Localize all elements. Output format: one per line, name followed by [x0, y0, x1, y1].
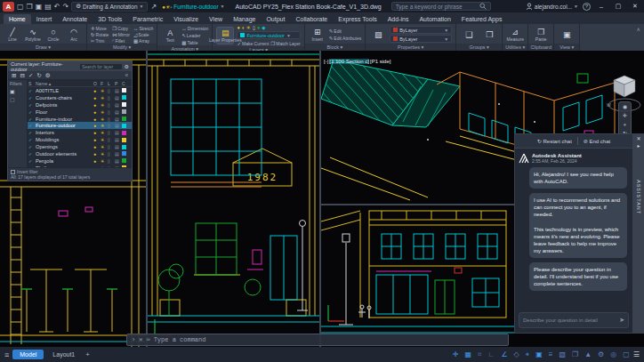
layer-color-swatch[interactable] — [122, 102, 126, 107]
qat-layer-dropdown[interactable]: ●☀▪ Furniture-outdoor ▼ — [159, 2, 227, 12]
end-chat-button[interactable]: ⊘ End chat — [584, 138, 610, 144]
minimize-button[interactable]: – — [595, 1, 608, 12]
open-file-icon[interactable]: ❒ — [27, 2, 33, 12]
draw-tool-button[interactable]: ○Circle — [44, 28, 62, 42]
viewport-view-label[interactable]: [1:100 Section c] — [329, 59, 369, 64]
modify-tool-button[interactable]: ↻Rotate — [91, 31, 109, 37]
collapse-panel-icon[interactable]: « — [125, 72, 128, 78]
layer-freeze-icon[interactable]: ☀ — [101, 144, 108, 149]
ribbon-tab[interactable]: View — [204, 14, 228, 24]
layer-color-swatch[interactable] — [122, 145, 126, 149]
layer-color-swatch[interactable] — [122, 151, 126, 156]
bylayer-dropdown[interactable]: ByLayer▼ — [390, 35, 452, 43]
send-icon[interactable]: ➤ — [619, 317, 624, 324]
layer-lock-icon[interactable]: ▯ — [108, 88, 115, 93]
viewport-divider-vertical-1[interactable] — [146, 51, 148, 347]
polar-tracking-icon[interactable]: ∠ — [501, 350, 507, 358]
viewcube-west-label[interactable]: W — [607, 102, 611, 108]
match-properties-button[interactable]: ▨ — [369, 30, 387, 39]
layer-lock-icon[interactable]: ▯ — [253, 25, 255, 30]
group-label-properties[interactable]: Properties ▾ — [366, 44, 455, 51]
group-label-clipboard[interactable]: Clipboard — [528, 44, 553, 51]
layer-color-swatch[interactable] — [122, 95, 126, 100]
layer-on-icon[interactable]: ● — [257, 25, 260, 30]
layer-row[interactable]: ✓ Interiors ● ☀ ▯ ▤ — [28, 129, 132, 136]
isometric-drafting-icon[interactable]: ◇ — [514, 350, 519, 358]
layer-freeze-icon[interactable]: ☀ — [246, 25, 251, 30]
layer-lock-icon[interactable]: ▯ — [108, 137, 115, 142]
selection-cycling-icon[interactable]: ❐ — [572, 350, 578, 358]
layer-off-icon[interactable]: ● — [237, 25, 239, 30]
ribbon-tab[interactable]: Automation — [414, 14, 455, 24]
command-line[interactable]: › ✕ ⌨ Type a command — [126, 334, 509, 346]
layer-on-icon[interactable]: ● — [93, 95, 101, 101]
draw-tool-button[interactable]: ◠Arc — [65, 28, 83, 42]
layer-plot-icon[interactable]: ▤ — [115, 109, 122, 115]
new-file-icon[interactable]: ▢ — [17, 2, 24, 12]
group-label-block[interactable]: Block ▾ — [305, 44, 365, 51]
zoom-extents-icon[interactable]: ⌖ — [624, 122, 626, 128]
search-input[interactable]: Type a keyword or phrase — [391, 2, 491, 11]
layer-dropdown[interactable]: Furniture-outdoor ▼ — [237, 31, 300, 39]
modify-tool-button[interactable]: ⋈Mirror — [112, 31, 130, 37]
layer-plot-icon[interactable]: ▤ — [115, 130, 122, 135]
layer-freeze-icon[interactable]: ☀ — [101, 123, 108, 128]
layer-plot-icon[interactable]: ▤ — [115, 95, 122, 101]
ribbon-tab[interactable]: 3D Tools — [93, 14, 127, 24]
layer-properties-button[interactable]: ▤ Layer Properties — [216, 27, 234, 44]
refresh-icon[interactable]: ↻ — [36, 72, 41, 79]
draw-tool-button[interactable]: ∿Polyline — [24, 28, 42, 42]
command-clear-icon[interactable]: ✕ — [139, 336, 142, 343]
annotation-tool-button[interactable]: ↖Leader — [181, 32, 208, 38]
plot-icon[interactable]: ▤ — [44, 2, 52, 12]
snap-mode-icon[interactable]: ⌗ — [478, 350, 482, 359]
layer-row[interactable]: ✓ Defpoints ● ☀ ▯ ▤ — [28, 101, 132, 109]
ribbon-tab[interactable]: Output — [261, 14, 290, 24]
layer-lock-icon[interactable]: ▯ — [108, 109, 115, 115]
layer-plot-icon[interactable]: ▤ — [115, 151, 122, 157]
layout-tab[interactable]: Model — [12, 350, 44, 359]
group-label-view[interactable]: View ▾ — [554, 44, 579, 51]
layer-color-swatch[interactable] — [122, 138, 126, 142]
layer-plot-icon[interactable]: ▤ — [115, 158, 122, 164]
filter-tree-all-icon[interactable]: ▣ — [10, 88, 25, 94]
dynamic-input-icon[interactable]: ✛ — [453, 350, 459, 358]
viewport-controls-label[interactable]: [-] — [324, 59, 328, 64]
modify-tool-button[interactable]: ▦Array — [133, 37, 153, 44]
layer-lock-icon[interactable]: ▯ — [108, 130, 115, 135]
layer-freeze-icon[interactable]: ☀ — [101, 130, 108, 135]
grid-display-icon[interactable]: ▦ — [464, 350, 471, 358]
layer-plot-icon[interactable]: ▤ — [115, 88, 122, 93]
pan-icon[interactable]: ✛ — [623, 113, 627, 119]
draw-tool-button[interactable]: ╱Line — [4, 28, 21, 42]
auto-hide-pin-icon[interactable]: ▸ — [637, 142, 640, 149]
set-current-layer-icon[interactable]: ✓ — [28, 72, 33, 79]
close-panel-icon[interactable]: ✕ — [636, 135, 640, 142]
layer-color-swatch[interactable] — [122, 131, 126, 135]
save-icon[interactable]: ▣ — [36, 2, 43, 12]
assistant-input[interactable]: Describe your question in detail ➤ — [519, 312, 629, 328]
viewport-label[interactable]: [-] [1:100 Section c] [P1 side] — [324, 59, 390, 64]
annotation-scale-icon[interactable]: ▲ — [584, 350, 592, 358]
group-label-draw[interactable]: Draw ▾ — [0, 44, 86, 51]
layer-lock-icon[interactable]: ▯ — [108, 144, 115, 149]
layer-plot-icon[interactable]: ▤ — [115, 117, 122, 122]
block-tool-button[interactable]: ✎Edit Attributes — [329, 35, 361, 41]
layer-row[interactable]: ✓ Outdoor elements ● ☀ ▯ ▤ — [28, 150, 132, 157]
layer-on-icon[interactable]: ● — [93, 102, 101, 108]
layer-lock-icon[interactable]: ▯ — [108, 123, 115, 128]
layer-freeze-icon[interactable]: ☀ — [101, 88, 108, 93]
layer-row[interactable]: ✓ A00TITLE ● ☀ ▯ ▤ — [28, 87, 132, 94]
workspace-switching-icon[interactable]: ⚙ — [598, 350, 604, 358]
delete-layer-icon[interactable]: ⊟ — [20, 72, 24, 79]
filter-tree-used-icon[interactable]: ▢ — [10, 96, 25, 102]
group-label-utilities[interactable]: Utilities ▾ — [503, 44, 527, 51]
insert-block-button[interactable]: ⊞Insert — [309, 28, 326, 42]
ribbon-tab[interactable]: Parametric — [127, 14, 168, 24]
layout-menu-icon[interactable]: ≡ — [4, 350, 9, 359]
layer-on-icon[interactable]: ● — [93, 109, 101, 115]
layer-color-swatch[interactable] — [122, 109, 126, 114]
modify-tool-button[interactable]: ❐Copy — [112, 25, 130, 31]
layer-on-icon[interactable]: ● — [93, 88, 101, 93]
lineweight-icon[interactable]: ≡ — [549, 350, 553, 358]
